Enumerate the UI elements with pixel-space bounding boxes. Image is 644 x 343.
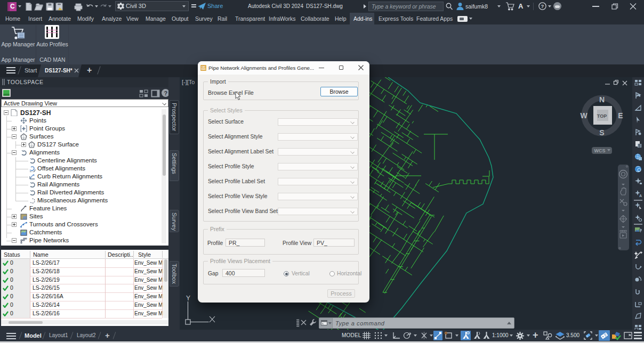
svg-text:A: A (639, 194, 642, 198)
svg-text:W: W (580, 111, 587, 120)
svg-text:N: N (599, 95, 605, 104)
svg-text:S: S (599, 128, 604, 137)
svg-text:Y: Y (186, 295, 190, 302)
svg-text:WCS: WCS (594, 148, 606, 153)
svg-text:[-][To: [-][To (182, 79, 195, 85)
svg-text:E: E (618, 111, 623, 120)
svg-text:TOP: TOP (597, 113, 607, 119)
svg-text:?: ? (541, 3, 544, 9)
